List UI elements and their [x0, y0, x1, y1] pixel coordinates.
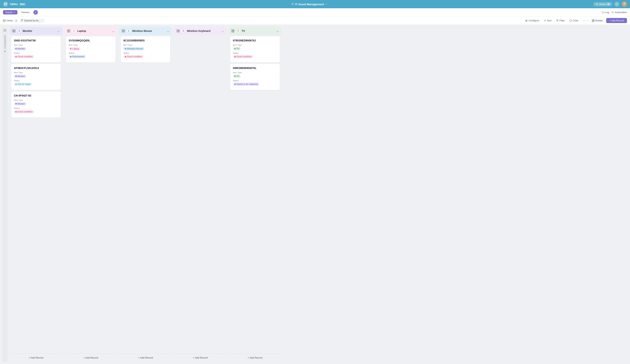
automation-button[interactable]: Automation: [611, 11, 627, 14]
tab-assets[interactable]: Assets ▼: [3, 10, 18, 14]
column-tv: 2 TV ⌄ 07953NED900676J Item Type TV Stat…: [229, 27, 281, 362]
svg-text:?: ?: [616, 3, 617, 5]
card-item-type-label: Item Type: [14, 99, 58, 101]
add-record-column-wireless-mouse[interactable]: + Add Record: [122, 356, 170, 360]
card-status-chip: Needs to be replaced: [233, 82, 259, 86]
svg-rect-2: [4, 4, 6, 6]
undo-button[interactable]: ↩: [583, 19, 586, 22]
svg-rect-14: [4, 20, 6, 22]
add-record-column-monitor[interactable]: + Add Record: [12, 356, 60, 360]
card-status-chip: Refurbished: [68, 55, 86, 58]
card-status-chip: Good condition: [14, 55, 34, 58]
svg-rect-45: [232, 31, 233, 32]
svg-rect-31: [67, 30, 68, 31]
card-tv-0[interactable]: 07953NED900676J Item Type TV Status Good…: [230, 36, 280, 62]
title-menu-icon[interactable]: ⋯: [325, 2, 328, 6]
column-title-wireless-keyboard: Wireless Keyboard: [187, 30, 220, 32]
tab-assets-label: Assets: [5, 11, 12, 14]
chip-text: Refurbished: [72, 55, 84, 58]
share-button[interactable]: Share 4: [594, 2, 612, 6]
svg-rect-3: [6, 4, 7, 6]
card-id: 9C10100IB059DS: [124, 39, 168, 42]
chip-dot: [234, 76, 236, 77]
card-status-field: Status Refurbished: [68, 52, 113, 58]
column-footer-laptop: + Add Record: [64, 354, 117, 362]
column-title-monitor: Monitor: [23, 30, 56, 32]
card-item-type-field: Item Type TV: [233, 44, 277, 50]
log-button[interactable]: Log: [602, 11, 609, 14]
card-status-field: Status Good condition: [233, 52, 277, 58]
card-item-type-label: Item Type: [14, 72, 58, 74]
add-tab-button[interactable]: +: [34, 10, 38, 14]
avatar[interactable]: [622, 2, 627, 7]
color-button[interactable]: Color: [568, 18, 580, 23]
svg-rect-17: [21, 21, 22, 22]
chip-dot: [16, 103, 17, 104]
stacked-view-button[interactable]: Stacked by Ite... ⋯: [20, 18, 44, 23]
add-view-button[interactable]: +: [14, 19, 18, 22]
chip-text: TV: [236, 48, 239, 50]
redo-button[interactable]: ↪: [586, 19, 589, 22]
add-record-column-laptop[interactable]: + Add Record: [67, 356, 115, 360]
chip-dot: [70, 56, 72, 57]
column-menu-tv[interactable]: ⌄: [276, 29, 279, 33]
column-laptop: 1 Laptop ⌄ SVSGM6QGQ05L Item Type Laptop…: [64, 27, 117, 362]
column-menu-monitor[interactable]: ⌄: [57, 29, 60, 33]
undo-redo-buttons: ↩ ↪: [583, 19, 589, 22]
card-status-field: Status Out for repair: [14, 80, 58, 86]
svg-point-5: [597, 3, 598, 4]
card-monitor-2[interactable]: CN-0F5427-83 Item Type Monitor Status Go…: [11, 92, 61, 118]
card-status-label: Status: [68, 52, 113, 54]
card-laptop-0[interactable]: SVSGM6QGQ05L Item Type Laptop Status Ref…: [66, 36, 116, 62]
stacked-label: Stacked by Ite...: [24, 19, 40, 22]
card-item-type-chip: Laptop: [68, 47, 80, 50]
card-wireless-mouse-0[interactable]: 9C10100IB059DS Item Type Wireless Mouse …: [121, 36, 170, 62]
column-menu-wireless-keyboard[interactable]: ⌄: [222, 29, 224, 33]
card-id: SVSGM6QGQ05L: [68, 39, 113, 42]
chip-text: Good condition: [127, 55, 142, 58]
svg-rect-43: [232, 30, 233, 31]
card-monitor-1[interactable]: AF0B3CFL50132513 Item Type Monitor Statu…: [11, 64, 61, 90]
add-record-button[interactable]: + Add Record: [606, 18, 627, 23]
views-button[interactable]: Views: [3, 19, 13, 22]
svg-rect-38: [124, 31, 125, 32]
chip-dot: [16, 84, 17, 85]
views-label: Views: [6, 19, 13, 22]
column-menu-wireless-mouse[interactable]: ⌄: [167, 29, 170, 33]
card-item-type-label: Item Type: [124, 44, 168, 46]
column-count-laptop: 1: [72, 30, 76, 32]
column-footer-wireless-keyboard: + Add Record: [174, 354, 226, 362]
svg-rect-33: [67, 31, 68, 32]
svg-rect-35: [122, 30, 123, 31]
builder-button[interactable]: Builder: [590, 18, 604, 23]
card-id: 09953MDB900676L: [233, 66, 277, 70]
card-status-label: Status: [124, 52, 168, 54]
svg-rect-15: [21, 20, 23, 20]
column-menu-laptop[interactable]: ⌄: [112, 29, 115, 33]
sort-button[interactable]: Sort: [542, 18, 553, 23]
add-record-column-wireless-keyboard[interactable]: + Add Record: [176, 356, 224, 360]
stacked-menu-icon: ⋯: [41, 19, 43, 22]
card-item-type-label: Item Type: [233, 44, 277, 46]
toolbar-right: Configure Sort Filter Color ↩ ↪: [524, 18, 627, 23]
configure-button[interactable]: Configure: [524, 18, 540, 23]
card-monitor-0[interactable]: SNID-9310764738 Item Type Monitor Status…: [11, 36, 61, 62]
svg-rect-39: [177, 30, 178, 31]
card-item-type-label: Item Type: [68, 44, 113, 46]
top-nav-right: Share 4 ?: [594, 2, 627, 7]
column-body-tv: 07953NED900676J Item Type TV Status Good…: [229, 35, 281, 354]
card-item-type-chip: Wireless Mouse: [124, 47, 144, 50]
filter-button[interactable]: Filter: [554, 18, 566, 23]
tab-owners[interactable]: Owners: [19, 10, 32, 14]
sidebar-toggle-icon[interactable]: [3, 28, 7, 32]
sidebar-collapsed: Uncategorised 0: [2, 27, 8, 362]
add-record-column-tv[interactable]: + Add Record: [231, 356, 279, 360]
chip-dot: [16, 56, 17, 57]
top-nav-left: Tables Beta: [3, 2, 26, 7]
chip-dot: [16, 48, 17, 49]
svg-point-4: [596, 4, 596, 4]
tab-owners-label: Owners: [21, 11, 30, 14]
chip-text: TV: [236, 75, 239, 78]
card-tv-1[interactable]: 09953MDB900676L Item Type TV Status Need…: [230, 64, 280, 90]
help-icon[interactable]: ?: [614, 2, 620, 7]
